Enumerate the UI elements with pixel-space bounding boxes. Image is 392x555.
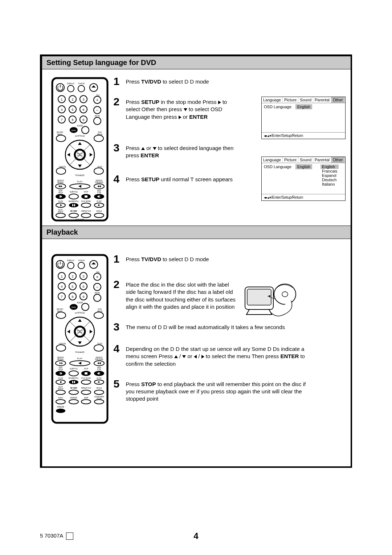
- svg-text:ANGLE: ANGLE: [96, 387, 102, 389]
- svg-text:3: 3: [82, 275, 84, 278]
- osd-row-value: English: [295, 164, 312, 169]
- svg-rect-71: [85, 195, 87, 198]
- step-number: 1: [113, 76, 123, 87]
- osd-panel-1: Language Picture Sound Parental Other OS…: [261, 97, 346, 139]
- svg-text:HOLD: HOLD: [58, 192, 63, 194]
- svg-rect-173: [74, 381, 75, 383]
- svg-text:SUBTITLE: SUBTITLE: [70, 368, 78, 370]
- svg-text:CANCEL: CANCEL: [59, 343, 66, 345]
- osd-row-value: English: [295, 104, 312, 109]
- svg-text:DISPLAY: DISPLAY: [67, 82, 75, 85]
- svg-rect-79: [72, 204, 73, 206]
- svg-text:1: 1: [61, 98, 62, 101]
- svg-text:CANCEL: CANCEL: [59, 166, 66, 168]
- svg-text:5: 5: [72, 285, 73, 288]
- svg-text:1: 1: [61, 275, 62, 278]
- step4-text: Depending on the D D the start up se uen…: [126, 343, 309, 368]
- svg-text:PLAY: PLAY: [77, 181, 83, 183]
- svg-text:SLOW: SLOW: [97, 200, 102, 202]
- page-footer: 5 70307A 4: [40, 532, 352, 540]
- svg-text:AUDIO: AUDIO: [58, 397, 64, 399]
- step3-text: Press or to select desired language then…: [126, 142, 234, 159]
- svg-text:PAUSE/STILL: PAUSE/STILL: [69, 377, 79, 379]
- step2-text: Place the disc in the disc slot with the…: [126, 279, 238, 311]
- osd-tab: Picture: [283, 157, 298, 163]
- svg-text:0/AV: 0/AV: [72, 306, 76, 308]
- footer-code: 5 70307A: [40, 532, 63, 539]
- svg-text:ANGLE: ANGLE: [96, 210, 102, 212]
- osd-tab: Language: [262, 97, 283, 103]
- svg-point-199: [282, 292, 288, 297]
- svg-text:+: +: [96, 275, 98, 279]
- step-number: 4: [113, 343, 123, 354]
- step-number: 3: [113, 321, 123, 332]
- step-number: 1: [113, 254, 123, 264]
- remote-illustration-1: DISPLAY TV/DVD 1 2 3 4 5 6 7 8: [51, 77, 109, 222]
- svg-text:REPEAT A-B: REPEAT A-B: [81, 210, 91, 212]
- svg-text:SLOW: SLOW: [58, 377, 63, 379]
- section2-steps: 1 Press TV/DVD to select D D mode 2 Plac…: [113, 254, 309, 412]
- svg-text:PAUSE/STILL: PAUSE/STILL: [69, 200, 79, 202]
- step-number: 2: [113, 96, 123, 107]
- osd-tab: Sound: [298, 157, 313, 163]
- osd-tab: Sound: [298, 97, 313, 103]
- svg-text:–: –: [96, 284, 99, 289]
- step-number: 3: [113, 142, 123, 153]
- section-header-setup-language: Setting Setup language for DVD: [42, 56, 351, 69]
- svg-point-195: [56, 409, 65, 413]
- step4-text: Press SETUP until normal T screen appear…: [126, 174, 233, 183]
- osd-row-label: OSD Language: [264, 105, 291, 109]
- svg-text:+: +: [96, 98, 98, 102]
- svg-text:9: 9: [82, 295, 84, 299]
- osd-panel-2: Language Picture Sound Parental Other OS…: [261, 157, 346, 201]
- svg-text:0/AV: 0/AV: [72, 129, 76, 131]
- svg-rect-197: [247, 289, 271, 305]
- svg-text:9: 9: [82, 118, 84, 122]
- svg-text:4: 4: [61, 108, 62, 112]
- svg-text:DISPLAY: DISPLAY: [67, 259, 75, 262]
- svg-rect-172: [72, 381, 73, 383]
- svg-text:STOP: STOP: [84, 368, 88, 370]
- svg-text:7: 7: [61, 295, 62, 299]
- osd-language-list: English Francais Espanol Deutsch Italian…: [320, 165, 339, 186]
- svg-text:TV/DVD: TV/DVD: [78, 259, 85, 262]
- disc-insert-illustration: [242, 279, 302, 321]
- osd-tab-selected: Other: [331, 157, 345, 163]
- svg-text:MUTE: MUTE: [95, 115, 100, 117]
- osd-tab: Parental: [313, 157, 331, 163]
- svg-text:7: 7: [61, 118, 62, 122]
- svg-text:FREEZE: FREEZE: [57, 406, 64, 408]
- svg-text:6: 6: [82, 108, 84, 112]
- svg-text:INDEX/VIEW: INDEX/VIEW: [75, 218, 84, 220]
- step5-text: Press STOP to end playback the unit will…: [126, 378, 309, 403]
- svg-text:8: 8: [72, 295, 73, 299]
- svg-text:SLOW: SLOW: [97, 377, 102, 379]
- section-header-playback: Playback: [42, 226, 351, 239]
- step2-text: Press SETUP in the stop mode Press to se…: [126, 96, 234, 121]
- svg-text:4: 4: [61, 285, 62, 288]
- svg-text:2: 2: [72, 275, 73, 278]
- svg-rect-80: [74, 204, 75, 206]
- svg-text:–: –: [96, 108, 99, 112]
- step1-text: Press TV/DVD to select D D mode: [126, 254, 209, 263]
- svg-text:SUB.PAGE: SUB.PAGE: [95, 358, 103, 360]
- svg-text:SUB.PAGE: SUB.PAGE: [95, 182, 103, 183]
- svg-text:REVEAL: REVEAL: [57, 182, 64, 183]
- svg-text:5: 5: [72, 108, 73, 112]
- svg-text:SLEEP: SLEEP: [77, 301, 83, 304]
- osd-footer: ◂▸▴▾/Enter/Setup/Return: [262, 132, 345, 139]
- step-number: 2: [113, 279, 123, 290]
- svg-text:MUTE: MUTE: [95, 292, 100, 294]
- svg-text:3: 3: [82, 98, 84, 101]
- svg-text:RETURN: RETURN: [70, 387, 77, 389]
- svg-text:SLOW: SLOW: [58, 200, 63, 202]
- svg-rect-164: [85, 372, 87, 374]
- svg-point-78: [69, 203, 78, 207]
- osd-footer: ◂▸▴▾/Enter/Setup/Return: [262, 194, 345, 200]
- svg-text:RETURN: RETURN: [70, 210, 77, 212]
- svg-text:F.T/B: F.T/B: [97, 192, 101, 194]
- step1-text: Press TV/DVD to select D D mode: [126, 76, 209, 85]
- step-number: 5: [113, 378, 123, 389]
- svg-text:REVEAL: REVEAL: [57, 358, 64, 360]
- remote-illustration-2: DISPLAY TV/DVD 1 2 3 4 5 6 7 8 9: [51, 254, 109, 424]
